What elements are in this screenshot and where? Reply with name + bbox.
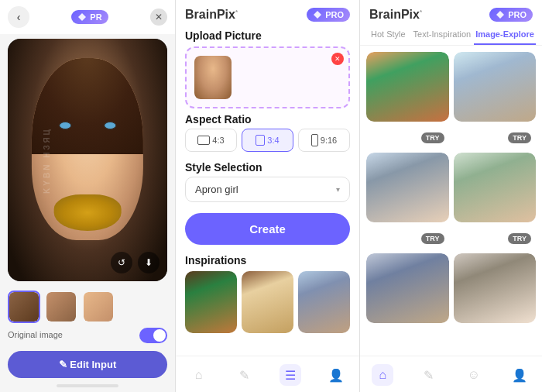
- upload-section-title: Upload Picture: [176, 26, 359, 46]
- panel-explore: BrainPix* PRO Hot Style Text-Inspiration…: [360, 0, 542, 392]
- chevron-down-icon: ▾: [336, 185, 340, 194]
- style-section-title: Style Selection: [185, 161, 350, 174]
- bottom-indicator-bar: [57, 384, 118, 387]
- inspirations-section: Inspirations: [176, 251, 359, 336]
- create-button[interactable]: Create: [185, 213, 350, 245]
- edit-input-button[interactable]: ✎ Edit Input: [8, 351, 167, 378]
- left-eye: [59, 122, 71, 129]
- try-badge-1[interactable]: TRY: [421, 132, 444, 143]
- upload-thumbnail: [194, 56, 232, 99]
- upload-area[interactable]: ✕: [185, 46, 350, 108]
- nav-home[interactable]: ⌂: [188, 364, 210, 386]
- try-badge-2[interactable]: TRY: [508, 132, 531, 143]
- panel1-header: ‹ PR ✕: [0, 0, 175, 34]
- pro-badge-p2[interactable]: PRO: [307, 8, 350, 22]
- tab-image-explore[interactable]: Image-Explore: [474, 25, 536, 45]
- refresh-button[interactable]: ↺: [111, 252, 132, 273]
- inspiration-1[interactable]: [185, 271, 237, 333]
- explore-card-6[interactable]: [454, 253, 537, 349]
- inspirations-title: Inspirations: [185, 254, 350, 266]
- thumbnail-2[interactable]: [45, 291, 77, 323]
- close-button[interactable]: ✕: [150, 9, 167, 26]
- diamond-icon-p3: [496, 10, 505, 19]
- explore-card-5[interactable]: [366, 253, 449, 349]
- upload-close-button[interactable]: ✕: [331, 53, 344, 65]
- panel-create: BrainPix* PRO Upload Picture ✕ Aspect Ra…: [176, 0, 360, 392]
- thumb-img-1: [9, 292, 39, 322]
- panel3-nav-bar: ⌂ ✎ ☺ 👤: [360, 356, 542, 392]
- diamond-icon-p2: [313, 10, 322, 19]
- panel3-tabs: Hot Style Text-Inspiration Image-Explore: [360, 25, 542, 46]
- thumb-img-3: [84, 292, 113, 322]
- portrait-necklace: [54, 194, 122, 231]
- aspect-options: 4:3 3:4 9:16: [185, 129, 350, 152]
- try-badge-3[interactable]: TRY: [421, 233, 444, 244]
- pro-badge-p3[interactable]: PRO: [489, 8, 533, 22]
- back-button[interactable]: ‹: [8, 6, 29, 28]
- explore-img-5: [366, 253, 449, 323]
- explore-img-6: [454, 253, 537, 323]
- svg-marker-2: [496, 11, 504, 19]
- original-toggle-row: Original image: [0, 328, 175, 346]
- explore-img-4: [454, 153, 537, 222]
- diamond-icon: [77, 12, 87, 22]
- upload-thumb-face: [194, 56, 232, 99]
- nav-edit[interactable]: ✎: [234, 364, 256, 386]
- nav-home-p3[interactable]: ⌂: [372, 364, 393, 386]
- svg-marker-1: [314, 11, 321, 19]
- thumbnail-1[interactable]: [8, 291, 40, 323]
- explore-card-4[interactable]: TRY: [454, 153, 537, 249]
- explore-card-1[interactable]: TRY: [366, 52, 449, 148]
- aspect-btn-9-16[interactable]: 9:16: [298, 129, 350, 152]
- original-toggle[interactable]: [139, 328, 167, 343]
- inspiration-3[interactable]: [298, 271, 350, 333]
- nav-edit-p3[interactable]: ✎: [417, 364, 439, 386]
- watermark-text: KYBN НЗЯЦ: [43, 127, 51, 194]
- explore-grid: TRY TRY TRY TRY: [360, 46, 542, 356]
- aspect-icon-tall: [256, 135, 265, 146]
- style-section: Style Selection Apron girl ▾: [176, 156, 359, 207]
- panel-image-viewer: ‹ PR ✕ KYBN НЗЯЦ ↺ ⬇: [0, 0, 176, 392]
- tab-text-inspiration[interactable]: Text-Inspiration: [412, 25, 473, 45]
- thumbnail-strip: [0, 286, 175, 328]
- pro-badge[interactable]: PR: [71, 10, 108, 24]
- aspect-icon-wide: [197, 136, 210, 145]
- style-dropdown[interactable]: Apron girl ▾: [185, 177, 350, 202]
- thumbnail-3[interactable]: [82, 291, 115, 323]
- brainpix-logo: BrainPix*: [185, 8, 238, 22]
- explore-img-2: [454, 52, 537, 122]
- main-image-container: KYBN НЗЯЦ ↺ ⬇: [8, 39, 167, 281]
- explore-card-3[interactable]: TRY: [366, 153, 449, 249]
- explore-card-2[interactable]: TRY: [454, 52, 537, 148]
- download-button[interactable]: ⬇: [138, 252, 160, 273]
- try-badge-4[interactable]: TRY: [508, 233, 531, 244]
- nav-emoji-p3[interactable]: ☺: [463, 364, 485, 386]
- explore-img-3: [366, 153, 449, 222]
- panel3-header: BrainPix* PRO: [360, 0, 542, 25]
- aspect-ratio-section: Aspect Ratio 4:3 3:4 9:16: [176, 108, 359, 156]
- inspiration-2[interactable]: [242, 271, 293, 333]
- aspect-btn-3-4[interactable]: 3:4: [242, 129, 293, 152]
- aspect-icon-9-16: [311, 134, 318, 146]
- panel2-header: BrainPix* PRO: [176, 0, 359, 26]
- aspect-ratio-title: Aspect Ratio: [185, 113, 350, 126]
- nav-profile[interactable]: 👤: [325, 364, 347, 386]
- panel2-nav-bar: ⌂ ✎ ☰ 👤: [176, 356, 359, 392]
- thumb-img-2: [46, 292, 76, 322]
- original-label: Original image: [8, 328, 63, 342]
- svg-marker-0: [78, 13, 86, 21]
- aspect-btn-4-3[interactable]: 4:3: [185, 129, 237, 152]
- brainpix-logo-p3: BrainPix*: [369, 8, 422, 22]
- portrait-eyes: [43, 122, 132, 129]
- nav-profile-p3[interactable]: 👤: [509, 364, 530, 386]
- right-eye: [104, 122, 116, 129]
- tab-hot-style[interactable]: Hot Style: [366, 25, 410, 45]
- inspirations-grid: [185, 271, 350, 333]
- nav-gallery[interactable]: ☰: [280, 364, 301, 386]
- explore-img-1: [366, 52, 449, 122]
